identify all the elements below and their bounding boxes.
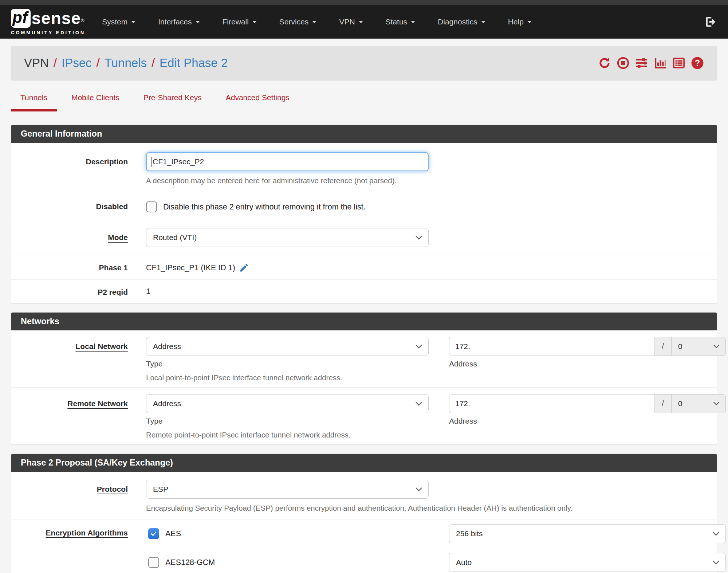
breadcrumb-root: VPN — [24, 56, 49, 70]
nav-item-firewall[interactable]: Firewall — [223, 12, 257, 31]
aes-checkbox-label: AES — [165, 529, 181, 538]
phase2-proposal-panel: Phase 2 Proposal (SA/Key Exchange) Proto… — [11, 454, 717, 573]
nav-item-diagnostics[interactable]: Diagnostics — [438, 12, 485, 31]
list-icon[interactable] — [672, 56, 685, 70]
breadcrumb: VPN / IPsec / Tunnels / Edit Phase 2 — [11, 46, 717, 80]
tab-mobile-clients[interactable]: Mobile Clients — [62, 91, 129, 111]
p2reqid-label: P2 reqid — [11, 287, 128, 297]
nav-item-interfaces[interactable]: Interfaces — [158, 12, 200, 31]
sign-out-icon[interactable] — [704, 15, 717, 28]
aes-checkbox[interactable] — [148, 528, 159, 539]
encryption-aes-row: Encryption Algorithms AES 256 bits — [11, 519, 717, 548]
mode-label: Mode — [11, 228, 128, 247]
disabled-checkbox-label: Disable this phase 2 entry without remov… — [163, 203, 366, 212]
mode-select[interactable]: Routed (VTI) — [146, 228, 429, 247]
logo-registered-mark: ® — [81, 18, 84, 23]
section-title-general: General Information — [11, 125, 717, 143]
description-label: Description — [11, 152, 128, 185]
pencil-icon[interactable] — [239, 263, 249, 273]
local-network-label: Local Network — [11, 337, 128, 382]
chevron-down-icon — [713, 344, 720, 349]
help-circle-icon[interactable]: ? — [691, 56, 704, 70]
remote-network-prefix-select[interactable]: 0 — [671, 394, 726, 413]
local-network-type-select[interactable]: Address — [146, 337, 429, 356]
protocol-help: Encapsulating Security Payload (ESP) per… — [146, 504, 712, 513]
encryption-algorithms-label: Encryption Algorithms — [11, 524, 128, 543]
logo-sense-text: sense — [32, 8, 81, 28]
chevron-down-icon — [415, 344, 422, 349]
networks-panel: Networks Local Network Address Type / — [11, 312, 717, 445]
remote-network-label: Remote Network — [11, 394, 128, 439]
bar-chart-icon[interactable] — [654, 56, 667, 70]
chevron-down-icon — [713, 401, 720, 406]
disabled-checkbox[interactable] — [146, 201, 157, 212]
section-title-proposal: Phase 2 Proposal (SA/Key Exchange) — [11, 454, 717, 472]
breadcrumb-link-ipsec[interactable]: IPsec — [62, 56, 92, 70]
chevron-down-icon — [196, 21, 200, 23]
local-network-address-input[interactable] — [449, 337, 654, 356]
sliders-icon[interactable] — [635, 56, 648, 70]
aes-keylen-select[interactable]: 256 bits — [449, 524, 726, 543]
breadcrumb-separator: / — [54, 56, 57, 70]
section-title-networks: Networks — [11, 313, 717, 330]
stop-circle-icon[interactable] — [617, 56, 630, 70]
breadcrumb-separator: / — [151, 56, 155, 70]
pfsense-logo[interactable]: pf sense ® COMMUNITY EDITION — [11, 8, 85, 35]
chevron-down-icon — [252, 21, 257, 23]
breadcrumb-link-tunnels[interactable]: Tunnels — [105, 56, 147, 70]
description-help: A description may be entered here for ad… — [146, 176, 712, 185]
navbar-menu: System Interfaces Firewall Services VPN … — [102, 12, 554, 31]
remote-network-address-caption: Address — [449, 417, 726, 425]
tab-tunnels[interactable]: Tunnels — [11, 91, 57, 111]
top-strip — [0, 0, 728, 5]
navbar: pf sense ® COMMUNITY EDITION System Inte… — [0, 5, 728, 39]
remote-network-row: Remote Network Address Type / 0 — [11, 388, 717, 444]
chevron-down-icon — [415, 235, 422, 240]
breadcrumb-link-edit-phase2[interactable]: Edit Phase 2 — [160, 56, 228, 70]
chevron-down-icon — [481, 21, 485, 23]
chevron-down-icon — [415, 487, 422, 492]
chevron-down-icon — [131, 21, 135, 23]
aes128gcm-keylen-select[interactable]: Auto — [449, 553, 726, 572]
svg-text:?: ? — [695, 58, 700, 68]
tab-pre-shared-keys[interactable]: Pre-Shared Keys — [134, 91, 211, 111]
aes128gcm-checkbox[interactable] — [148, 557, 159, 568]
breadcrumb-actions: ? — [598, 56, 704, 70]
nav-item-vpn[interactable]: VPN — [339, 12, 363, 31]
disabled-row: Disabled Disable this phase 2 entry with… — [11, 194, 717, 220]
chevron-down-icon — [527, 21, 532, 23]
local-network-type-caption: Type — [146, 360, 429, 368]
p2reqid-row: P2 reqid 1 — [11, 280, 717, 303]
remote-network-help: Remote point-to-point IPsec interface tu… — [146, 431, 726, 439]
nav-item-services[interactable]: Services — [279, 12, 317, 31]
tab-bar: Tunnels Mobile Clients Pre-Shared Keys A… — [11, 91, 717, 111]
nav-item-system[interactable]: System — [102, 12, 135, 31]
phase1-row: Phase 1 CF1_IPsec_P1 (IKE ID 1) — [11, 255, 717, 280]
p2reqid-value: 1 — [146, 287, 712, 296]
encryption-spacer-label — [11, 553, 128, 572]
general-information-panel: General Information Description A descri… — [11, 125, 717, 303]
protocol-select[interactable]: ESP — [146, 480, 429, 499]
chevron-down-icon — [312, 21, 316, 23]
chevron-down-icon — [712, 560, 720, 565]
nav-item-help[interactable]: Help — [508, 12, 532, 31]
refresh-icon[interactable] — [598, 56, 611, 70]
encryption-aes128gcm-row: AES128-GCM Auto — [11, 548, 717, 573]
chevron-down-icon — [415, 401, 422, 406]
phase1-label: Phase 1 — [11, 263, 128, 273]
remote-network-type-caption: Type — [146, 417, 429, 425]
local-network-prefix-select[interactable]: 0 — [671, 337, 726, 356]
mode-row: Mode Routed (VTI) — [11, 220, 717, 255]
logo-pf-badge: pf — [11, 9, 31, 28]
breadcrumb-separator: / — [97, 56, 100, 70]
remote-network-type-select[interactable]: Address — [146, 394, 429, 413]
tab-advanced-settings[interactable]: Advanced Settings — [216, 91, 299, 111]
chevron-down-icon — [359, 21, 363, 23]
chevron-down-icon — [712, 531, 720, 536]
protocol-row: Protocol ESP Encapsulating Security Payl… — [11, 472, 717, 519]
protocol-label: Protocol — [11, 480, 128, 513]
nav-item-status[interactable]: Status — [386, 12, 416, 31]
description-input[interactable] — [146, 152, 429, 171]
local-network-help: Local point-to-point IPsec interface tun… — [146, 373, 726, 382]
remote-network-address-input[interactable] — [449, 394, 654, 413]
